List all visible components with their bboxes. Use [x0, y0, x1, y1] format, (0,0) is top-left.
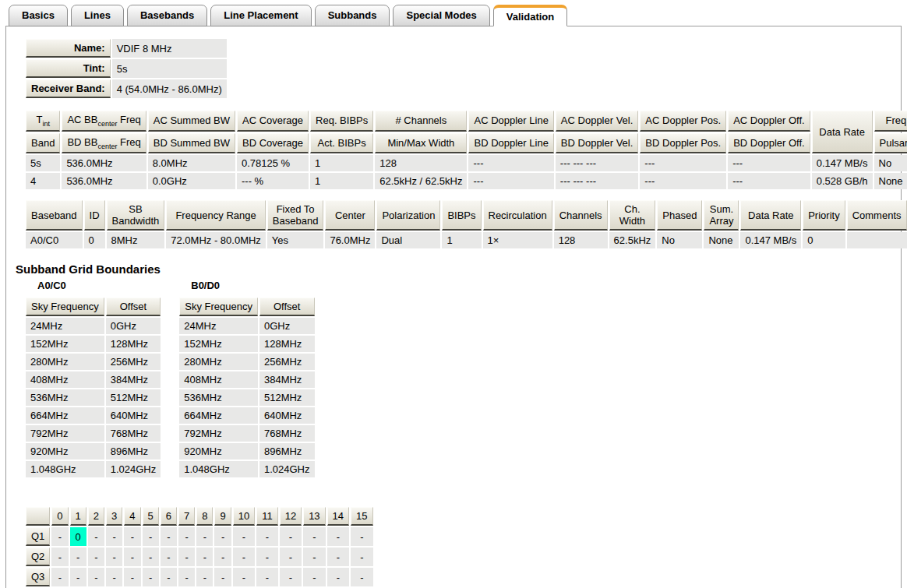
boundary-cell: 256MHz [259, 354, 315, 370]
boundary-cell: 792MHz [26, 425, 104, 442]
col-bd-doppler-vel: BD Doppler Vel. [556, 133, 639, 154]
boundary-row: 920MHz896MHz [179, 443, 314, 459]
grid-col-header: 4 [124, 507, 140, 526]
col-bd-doppler-off: BD Doppler Off. [728, 133, 810, 154]
grid-cell: - [214, 548, 231, 566]
boundary-col-header: Sky Frequency [26, 298, 104, 316]
grid-col-header: 5 [143, 507, 159, 526]
validation-summary-table: Tint AC BBcenter Freq AC Summed BW AC Co… [24, 109, 907, 191]
summary-cell: --- --- --- [556, 173, 639, 189]
summary-cell: 5s [26, 155, 60, 171]
boundary-cell: 640MHz [259, 407, 315, 424]
baseband-col-header: Frequency Range [166, 200, 266, 231]
summary-cell: --- % [237, 173, 309, 189]
boundary-table: Sky FrequencyOffset24MHz0GHz152MHz128MHz… [24, 296, 162, 479]
col-bd-doppler-line: BD Doppler Line [468, 133, 553, 154]
tab-validation[interactable]: Validation [493, 5, 567, 26]
boundary-cell: 920MHz [179, 443, 258, 459]
col-freq-avg: Freq Avg [874, 111, 907, 132]
summary-cell: 0.78125 % [237, 155, 309, 171]
col-bd-summed-bw: BD Summed BW [148, 133, 235, 154]
boundary-cell: 920MHz [26, 443, 104, 459]
baseband-col-header: Baseband [26, 200, 83, 231]
summary-cell: 1 [310, 173, 373, 189]
grid-cell: - [351, 527, 372, 546]
grid-col-header: 10 [233, 507, 255, 526]
grid-cell: - [233, 568, 255, 586]
grid-cell: - [256, 527, 278, 546]
grid-cell: - [233, 548, 255, 566]
subband-grid-boundaries-heading: Subband Grid Boundaries [16, 262, 891, 276]
col-bd-doppler-pos: BD Doppler Pos. [640, 133, 726, 154]
summary-cell: 128 [375, 155, 467, 171]
col-ac-doppler-pos: AC Doppler Pos. [640, 111, 726, 132]
baseband-col-header: Phased [657, 200, 702, 231]
grid-cell: - [351, 568, 372, 586]
grid-cell: - [280, 568, 302, 586]
col-bd-bbcenter-freq: BD BBcenter Freq [62, 133, 146, 154]
baseband-cell: 1× [483, 232, 552, 248]
grid-header-row: 0123456789101112131415 [26, 507, 373, 526]
grid-cell: - [106, 548, 122, 566]
grid-col-header: 1 [70, 507, 86, 526]
baseband-row: A0/C008MHz72.0MHz - 80.0MHzYes76.0MHzDua… [26, 232, 907, 248]
boundary-cell: 768MHz [106, 425, 161, 442]
grid-cell: - [178, 527, 195, 546]
col-act-bibps: Act. BIBPs [310, 133, 373, 154]
baseband-col-header: ID [84, 200, 105, 231]
grid-cell: - [256, 548, 278, 566]
baseband-cell: Yes [267, 232, 324, 248]
grid-cell: - [178, 548, 195, 566]
baseband-cell: 8MHz [107, 232, 165, 248]
boundary-cell: 896MHz [259, 443, 315, 459]
resource-info-table: Name: VDIF 8 MHz Tint: 5s Receiver Band:… [24, 37, 228, 100]
grid-cell: - [124, 568, 140, 586]
summary-cell: --- [468, 155, 553, 171]
col-ac-doppler-off: AC Doppler Off. [728, 111, 810, 132]
tab-basics[interactable]: Basics [9, 5, 68, 26]
boundary-row: 920MHz896MHz [26, 443, 161, 459]
baseband-table: BasebandIDSB BandwidthFrequency RangeFix… [24, 199, 907, 250]
grid-cell: - [88, 548, 104, 566]
grid-cell: - [351, 548, 372, 566]
boundary-cell: 664MHz [26, 407, 104, 424]
col-ac-bbcenter-freq: AC BBcenter Freq [62, 111, 146, 132]
info-value-tint: 5s [112, 59, 227, 78]
info-value-name: VDIF 8 MHz [112, 39, 227, 58]
tab-lines[interactable]: Lines [71, 5, 124, 26]
boundary-row: 664MHz640MHz [179, 407, 314, 424]
grid-highlight-cell: 0 [70, 527, 86, 546]
info-row: Name: VDIF 8 MHz [26, 39, 227, 58]
boundary-cell: 280MHz [26, 354, 104, 370]
tab-basebands[interactable]: Basebands [127, 5, 207, 26]
tab-line-placement[interactable]: Line Placement [210, 5, 311, 26]
grid-cell: - [51, 548, 68, 566]
baseband-cell: 1 [442, 232, 481, 248]
boundary-row: 408MHz384MHz [26, 371, 161, 388]
boundary-tables: A0/C0Sky FrequencyOffset24MHz0GHz152MHz1… [24, 280, 891, 479]
col-tint: Tint [26, 111, 60, 132]
grid-row-header: Q1 [26, 527, 50, 546]
summary-cell: --- [728, 155, 810, 171]
col-pulsar-cnfg: Pulsar Cnfg [874, 133, 907, 154]
baseband-col-header: Fixed To Baseband [267, 200, 324, 231]
baseband-col-header: Polarization [376, 200, 440, 231]
baseband-cell: 0 [803, 232, 845, 248]
grid-cell: - [280, 548, 302, 566]
tab-bar: BasicsLinesBasebandsLine PlacementSubban… [9, 4, 902, 26]
baseband-col-header: SB Bandwidth [107, 200, 165, 231]
tab-special-modes[interactable]: Special Modes [393, 5, 489, 26]
grid-col-header: 14 [327, 507, 349, 526]
grid-col-header: 12 [280, 507, 302, 526]
boundary-row: 24MHz0GHz [179, 318, 314, 334]
boundary-group: B0/D0Sky FrequencyOffset24MHz0GHz152MHz1… [178, 280, 316, 479]
summary-row: 5s536.0MHz8.0MHz0.78125 %1128------ --- … [26, 155, 907, 171]
grid-col-header: 7 [178, 507, 195, 526]
tab-subbands[interactable]: Subbands [315, 5, 390, 26]
boundary-row: 280MHz256MHz [179, 354, 314, 370]
grid-row-header: Q2 [26, 548, 50, 566]
grid-cell: - [124, 527, 140, 546]
boundary-row: 280MHz256MHz [26, 354, 161, 370]
summary-cell: 62.5kHz / 62.5kHz [375, 173, 467, 189]
boundary-header-row: Sky FrequencyOffset [26, 298, 161, 316]
